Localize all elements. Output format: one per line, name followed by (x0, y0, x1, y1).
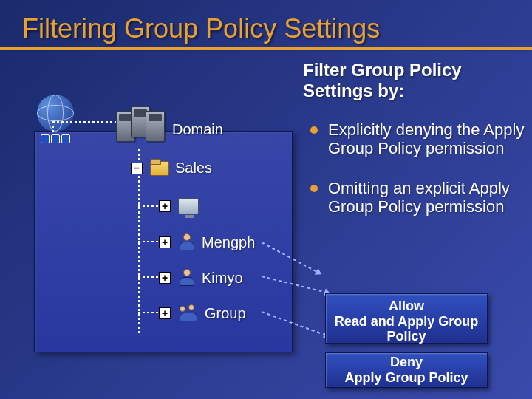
perm-line: Deny (344, 355, 468, 370)
bullet-list: Explicitly denying the Apply Group Polic… (310, 120, 525, 236)
connector-line (138, 241, 159, 242)
node-label: Sales (175, 160, 212, 177)
collapse-icon: – (131, 163, 143, 174)
expand-icon: + (159, 307, 171, 319)
tree-node-user-mengph: + Mengph (159, 233, 255, 251)
computer-icon (178, 198, 199, 214)
node-label: Group (205, 305, 246, 322)
connector-line (138, 205, 159, 207)
tree-node-sales: – Sales (131, 160, 212, 177)
tree-node-user-kimyo: + Kimyo (159, 269, 243, 287)
bullet-text: Omitting an explicit Apply Group Policy … (328, 179, 525, 216)
permission-deny-box: Deny Apply Group Policy (325, 352, 488, 388)
user-icon (178, 233, 196, 251)
bullet-item: Explicitly denying the Apply Group Polic… (310, 120, 525, 158)
tree-node-group: + Group (159, 304, 246, 322)
bullet-dot-icon (310, 126, 318, 134)
slide-title: Filtering Group Policy Settings (0, 0, 532, 47)
subtitle: Filter Group Policy Settings by: (303, 60, 510, 101)
bullet-item: Omitting an explicit Apply Group Policy … (310, 179, 525, 216)
tree-node-computer: + (159, 198, 205, 214)
diagram-panel: Domain – Sales + + Mengph + Kimyo (34, 131, 293, 352)
perm-line: Read and Apply Group (329, 314, 484, 330)
expand-icon: + (159, 236, 171, 248)
perm-line: Apply Group Policy (344, 370, 468, 386)
node-label: Mengph (202, 234, 255, 251)
bullet-dot-icon (310, 185, 318, 192)
connector-line (138, 276, 159, 278)
expand-icon: + (159, 272, 171, 284)
permission-allow-box: Allow Read and Apply Group Policy (325, 293, 488, 344)
bullet-text: Explicitly denying the Apply Group Polic… (328, 120, 525, 158)
domain-servers-icon (116, 106, 168, 146)
connector-line (52, 121, 116, 123)
slide-body: Filter Group Policy Settings by: Explici… (0, 50, 532, 397)
folder-icon (150, 161, 169, 176)
perm-line: Policy (329, 329, 484, 344)
connector-line (138, 312, 159, 313)
group-icon (178, 304, 199, 322)
perm-line: Allow (329, 299, 484, 314)
domain-label: Domain (172, 121, 223, 138)
expand-icon: + (159, 200, 171, 212)
network-globe-icon (26, 95, 85, 140)
user-icon (178, 269, 196, 287)
connector-line (52, 121, 54, 134)
node-label: Kimyo (202, 270, 243, 287)
